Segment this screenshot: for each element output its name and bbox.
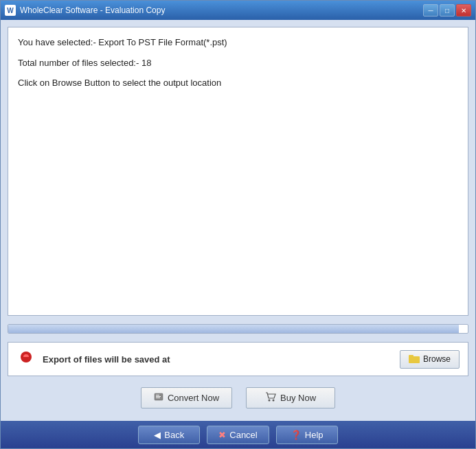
progress-bar-track bbox=[8, 324, 468, 334]
pin-icon bbox=[16, 349, 36, 369]
info-box: You have selected:- Export To PST File F… bbox=[8, 27, 468, 316]
cart-icon bbox=[265, 392, 276, 404]
svg-rect-4 bbox=[409, 355, 413, 358]
main-window: W WholeClear Software - Evaluation Copy … bbox=[0, 0, 476, 449]
cancel-label: Cancel bbox=[229, 430, 257, 440]
svg-rect-8 bbox=[156, 398, 160, 398]
help-label: Help bbox=[305, 430, 324, 440]
convert-now-label: Convert Now bbox=[168, 393, 219, 403]
buy-now-button[interactable]: Buy Now bbox=[246, 387, 335, 408]
help-button[interactable]: ❓ Help bbox=[276, 426, 338, 444]
info-line-2: Total number of files selected:- 18 bbox=[18, 56, 458, 70]
cancel-icon: ✖ bbox=[218, 430, 226, 440]
close-button[interactable]: ✕ bbox=[456, 4, 471, 16]
convert-now-button[interactable]: Convert Now bbox=[141, 387, 232, 408]
folder-icon bbox=[409, 354, 420, 365]
restore-button[interactable]: □ bbox=[440, 4, 455, 16]
convert-icon bbox=[154, 392, 163, 404]
svg-point-9 bbox=[269, 400, 271, 402]
back-button[interactable]: ◀ Back bbox=[138, 426, 200, 444]
save-location-label: Export of files will be saved at bbox=[43, 354, 393, 365]
save-location-row: Export of files will be saved at Browse bbox=[8, 342, 468, 376]
info-line-3: Click on Browse Button to select the out… bbox=[18, 76, 458, 90]
content-area: You have selected:- Export To PST File F… bbox=[1, 20, 475, 421]
svg-rect-7 bbox=[156, 396, 161, 397]
titlebar: W WholeClear Software - Evaluation Copy … bbox=[1, 1, 475, 20]
svg-rect-6 bbox=[156, 395, 159, 395]
back-icon: ◀ bbox=[154, 430, 161, 440]
browse-button-label: Browse bbox=[423, 354, 451, 364]
app-icon: W bbox=[5, 5, 16, 16]
bottom-bar: ◀ Back ✖ Cancel ❓ Help bbox=[1, 421, 475, 448]
progress-section bbox=[8, 321, 468, 336]
minimize-button[interactable]: ─ bbox=[423, 4, 438, 16]
window-title: WholeClear Software - Evaluation Copy bbox=[20, 5, 165, 15]
pin-svg bbox=[19, 350, 34, 368]
action-buttons-row: Convert Now Buy Now bbox=[8, 382, 468, 414]
svg-point-10 bbox=[273, 400, 275, 402]
back-label: Back bbox=[164, 430, 184, 440]
progress-bar-fill bbox=[8, 325, 459, 333]
cancel-button[interactable]: ✖ Cancel bbox=[207, 426, 269, 444]
info-line-1: You have selected:- Export To PST File F… bbox=[18, 36, 458, 49]
help-icon: ❓ bbox=[291, 430, 302, 440]
titlebar-left: W WholeClear Software - Evaluation Copy bbox=[5, 5, 165, 16]
browse-button[interactable]: Browse bbox=[400, 350, 460, 369]
titlebar-buttons: ─ □ ✕ bbox=[423, 4, 471, 16]
buy-now-label: Buy Now bbox=[280, 393, 316, 403]
